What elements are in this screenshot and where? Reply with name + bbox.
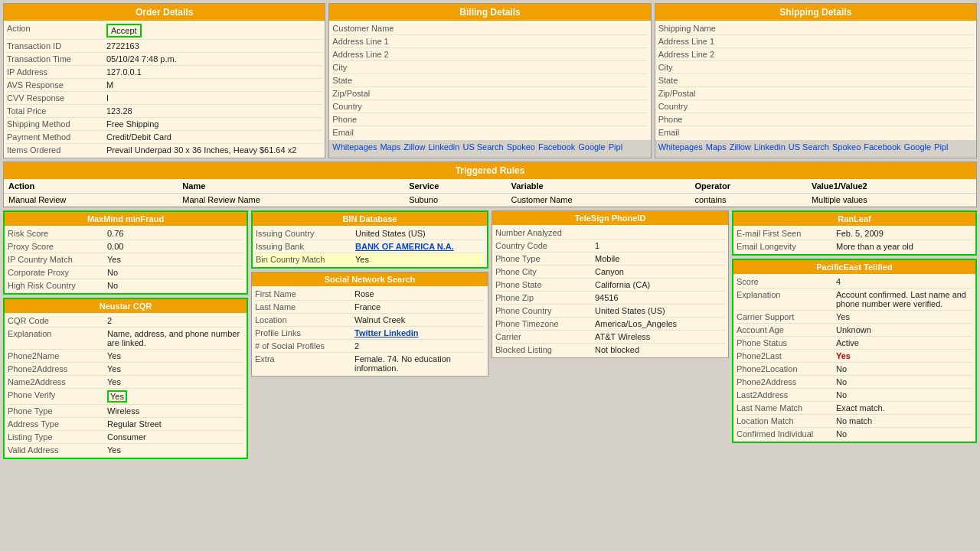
billing-link-spokeo[interactable]: Spokeo (507, 142, 535, 152)
billing-link-linkedin[interactable]: Linkedin (428, 142, 459, 152)
bin-body: Issuing Country United States (US) Issui… (253, 226, 487, 267)
social-firstname-row: First Name Rose (255, 288, 485, 301)
order-action-row: Action Accept (7, 22, 322, 40)
order-totalprice-value: 123.28 (106, 106, 132, 116)
telesign-blocked-label: Blocked Listing (495, 345, 595, 354)
neustar-validaddr-row: Valid Address Yes (8, 444, 243, 456)
top-section: Order Details Action Accept Transaction … (3, 3, 977, 158)
col-value: Value1/Value2 (807, 179, 976, 194)
bin-issuingbank-row: Issuing Bank BANK OF AMERICA N.A. (256, 240, 484, 253)
shipping-link-linkedin[interactable]: Linkedin (754, 142, 786, 152)
order-txtime-label: Transaction Time (7, 54, 106, 64)
social-profilelinks-value[interactable]: Twitter Linkedin (354, 328, 419, 337)
row-operator: contains (691, 194, 807, 207)
pe-phone2last-label: Phone2Last (737, 351, 836, 360)
shipping-link-google[interactable]: Google (904, 142, 931, 152)
billing-link-google[interactable]: Google (578, 142, 605, 152)
telesign-phonecity-label: Phone City (495, 267, 595, 276)
neustar-addrtype-row: Address Type Regular Street (8, 418, 243, 431)
neustar-cqr-label: CQR Code (8, 316, 107, 325)
billing-link-facebook[interactable]: Facebook (538, 142, 575, 152)
shipping-details-body: Shipping Name Address Line 1 Address Lin… (655, 21, 976, 140)
billing-state-row: State (332, 74, 647, 87)
order-txid-value: 2722163 (106, 41, 139, 51)
neustar-phone2name-row: Phone2Name Yes (8, 350, 243, 363)
billing-city-label: City (332, 63, 432, 72)
shipping-state-row: State (658, 74, 973, 87)
shipping-link-pipl[interactable]: Pipl (934, 142, 948, 152)
neustar-phoneverify-row: Phone Verify Yes (8, 389, 243, 405)
telesign-countrycode-value: 1 (595, 241, 599, 250)
billing-phone-row: Phone (332, 113, 647, 126)
social-profilelinks-label: Profile Links (255, 328, 354, 337)
telesign-phonecity-row: Phone City Canyon (495, 266, 725, 279)
billing-link-maps[interactable]: Maps (380, 142, 400, 152)
telesign-phonestate-row: Phone State California (CA) (495, 279, 725, 292)
telesign-phonezip-value: 94516 (595, 293, 619, 302)
order-shipping-method-value: Free Shipping (106, 119, 159, 129)
action-highlight: Accept (106, 24, 142, 37)
neustar-listtype-row: Listing Type Consumer (8, 431, 243, 444)
telesign-phonestate-label: Phone State (495, 280, 595, 289)
bin-issuingbank-label: Issuing Bank (256, 242, 355, 251)
ranleaf-body: E-mail First Seen Feb. 5, 2009 Email Lon… (733, 226, 975, 254)
maxmind-highrisk-value: No (107, 281, 118, 290)
billing-links-row: Whitepages Maps Zillow Linkedin US Searc… (329, 140, 650, 154)
billing-custname-label: Customer Name (332, 24, 432, 33)
billing-link-pipl[interactable]: Pipl (609, 142, 622, 152)
triggered-rules-table: Action Name Service Variable Operator Va… (4, 179, 976, 207)
order-shipping-method-row: Shipping Method Free Shipping (7, 118, 322, 131)
billing-link-whitepages[interactable]: Whitepages (332, 142, 377, 152)
order-txtime-row: Transaction Time 05/10/24 7:48 p.m. (7, 53, 322, 66)
billing-link-zillow[interactable]: Zillow (403, 142, 425, 152)
pe-locationmatch-row: Location Match No match (737, 415, 972, 428)
billing-details-header: Billing Details (329, 4, 650, 21)
pe-carriersupport-value: Yes (836, 312, 850, 321)
maxmind-body: Risk Score 0.76 Proxy Score 0.00 IP Coun… (5, 226, 247, 293)
billing-link-ussearch[interactable]: US Search (462, 142, 503, 152)
order-payment-value: Credit/Debit Card (106, 132, 172, 142)
row-name: Manal Review Name (178, 194, 404, 207)
pe-explanation-value: Account confirmed. Last name and phone n… (836, 290, 972, 308)
pe-explanation-row: Explanation Account confirmed. Last name… (737, 289, 972, 311)
maxmind-proxyscore-label: Proxy Score (8, 242, 107, 251)
col-operator: Operator (691, 179, 807, 194)
maxmind-riskscore-value: 0.76 (107, 229, 123, 238)
shipping-phone-row: Phone (658, 113, 973, 126)
neustar-explanation-value: Name, address, and phone number are link… (107, 329, 243, 347)
neustar-cqr-value: 2 (107, 316, 112, 325)
order-avs-row: AVS Response M (7, 79, 322, 92)
pe-phonestatus-row: Phone Status Active (737, 337, 972, 350)
shipping-details-header: Shipping Details (655, 4, 976, 21)
neustar-name2address-row: Name2Address Yes (8, 376, 243, 389)
billing-phone-label: Phone (332, 115, 432, 124)
order-payment-label: Payment Method (7, 132, 106, 142)
maxmind-highrisk-row: High Risk Country No (8, 279, 243, 292)
maxmind-riskscore-label: Risk Score (8, 229, 107, 238)
shipping-link-maps[interactable]: Maps (706, 142, 727, 152)
bottom-col-1: MaxMind minFraud Risk Score 0.76 Proxy S… (3, 210, 248, 459)
neustar-body: CQR Code 2 Explanation Name, address, an… (5, 313, 247, 458)
pe-phone2last-row: Phone2Last Yes (737, 350, 972, 363)
pe-phone2location-row: Phone2Location No (737, 363, 972, 376)
maxmind-proxyscore-value: 0.00 (107, 242, 123, 251)
shipping-name-label: Shipping Name (658, 24, 758, 33)
ranleaf-emailfirstseen-row: E-mail First Seen Feb. 5, 2009 (737, 227, 972, 240)
neustar-phoneverify-value: Yes (107, 390, 127, 403)
shipping-link-whitepages[interactable]: Whitepages (658, 142, 703, 152)
order-details-header: Order Details (4, 4, 325, 21)
telesign-phonestate-value: California (CA) (595, 280, 650, 289)
billing-country-row: Country (332, 100, 647, 113)
shipping-link-zillow[interactable]: Zillow (730, 142, 751, 152)
maxmind-riskscore-row: Risk Score 0.76 (8, 227, 243, 240)
neustar-addrtype-value: Regular Street (107, 419, 162, 429)
ranleaf-panel: RanLeaf E-mail First Seen Feb. 5, 2009 E… (732, 210, 977, 256)
shipping-link-facebook[interactable]: Facebook (864, 142, 900, 152)
billing-email-label: Email (332, 128, 432, 137)
shipping-country-label: Country (658, 102, 758, 111)
shipping-link-spokeo[interactable]: Spokeo (832, 142, 861, 152)
shipping-link-ussearch[interactable]: US Search (789, 142, 829, 152)
pe-score-row: Score 4 (737, 276, 972, 289)
neustar-phonetype-row: Phone Type Wireless (8, 405, 243, 418)
order-cvv-label: CVV Response (7, 93, 106, 103)
